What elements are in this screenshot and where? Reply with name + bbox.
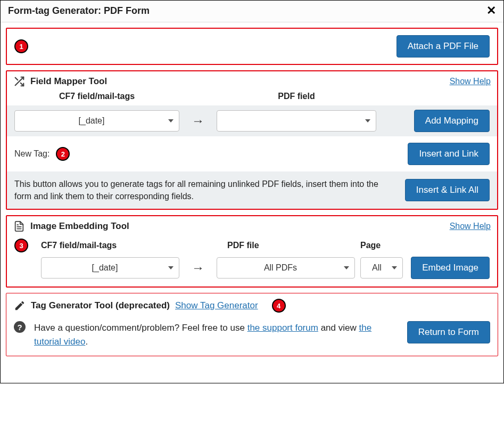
chevron-down-icon xyxy=(168,119,173,122)
dialog-body: 1 Attach a PDF File Field Mapper Tool Sh… xyxy=(1,22,503,383)
pdf-field-select[interactable] xyxy=(217,110,376,132)
field-mapper-panel: Field Mapper Tool Show Help CF7 field/ma… xyxy=(6,70,498,210)
ie-pdf-header: PDF file xyxy=(217,241,355,250)
new-tag-label: New Tag: xyxy=(14,149,49,159)
add-mapping-button[interactable]: Add Mapping xyxy=(414,110,490,132)
edit-icon xyxy=(14,300,26,312)
return-to-form-button[interactable]: Return to Form xyxy=(407,321,490,343)
arrow-right-icon: → xyxy=(185,260,211,275)
show-tag-generator-link[interactable]: Show Tag Generator xyxy=(175,300,258,311)
titlebar: Form-tag Generator: PDF Form ✕ xyxy=(1,1,503,22)
ie-pdf-select[interactable]: All PDFs xyxy=(217,257,355,279)
document-icon xyxy=(13,220,25,232)
dialog-title: Form-tag Generator: PDF Form xyxy=(8,5,150,17)
annotation-marker-1: 1 xyxy=(14,39,28,53)
ie-page-header: Page xyxy=(360,241,403,250)
new-tag-row: New Tag: 2 Insert and Link xyxy=(7,136,497,171)
field-mapper-row: [_date] → Add Mapping xyxy=(7,105,497,136)
insert-and-link-button[interactable]: Insert and Link xyxy=(408,143,490,165)
annotation-marker-2: 2 xyxy=(56,147,70,161)
arrow-right-icon: → xyxy=(185,113,211,128)
field-mapper-title: Field Mapper Tool xyxy=(30,76,107,87)
tag-generator-header: Tag Generator Tool (deprecated) Show Tag… xyxy=(6,293,498,316)
field-mapper-header-row: CF7 field/mail-tags PDF field xyxy=(7,92,497,105)
embed-image-button[interactable]: Embed Image xyxy=(411,257,490,279)
field-mapper-help-link[interactable]: Show Help xyxy=(450,77,491,86)
chevron-down-icon xyxy=(168,266,173,269)
image-embedding-help-link[interactable]: Show Help xyxy=(450,222,491,231)
close-icon[interactable]: ✕ xyxy=(486,5,496,17)
dialog-frame: Form-tag Generator: PDF Form ✕ 1 Attach … xyxy=(0,0,504,383)
annotation-marker-4: 4 xyxy=(272,299,286,313)
cf7-field-select[interactable]: [_date] xyxy=(14,110,179,132)
insert-link-all-row: This button allows you to generate tags … xyxy=(7,171,497,209)
image-embed-row: [_date] → All PDFs All Embed Image xyxy=(7,252,497,286)
ie-cf7-header: CF7 field/mail-tags xyxy=(41,241,179,250)
annotation-marker-3: 3 xyxy=(14,239,28,252)
insert-link-all-description: This button allows you to generate tags … xyxy=(14,178,396,202)
ie-pdf-value: All PDFs xyxy=(264,263,297,273)
ie-cf7-value: [_date] xyxy=(92,263,118,273)
pdf-header: PDF field xyxy=(217,92,376,101)
image-embedding-title: Image Embedding Tool xyxy=(30,221,129,232)
support-text: Have a question/comment/problem? Feel fr… xyxy=(34,321,399,348)
image-embedding-panel: Image Embedding Tool Show Help 3 CF7 fie… xyxy=(6,215,498,288)
tag-generator-panel: Tag Generator Tool (deprecated) Show Tag… xyxy=(6,293,498,356)
ie-cf7-select[interactable]: [_date] xyxy=(41,257,179,279)
cf7-field-value: [_date] xyxy=(79,116,105,126)
shuffle-icon xyxy=(13,76,25,87)
chevron-down-icon xyxy=(365,119,370,122)
attach-pdf-panel: 1 Attach a PDF File xyxy=(6,28,498,65)
support-text-prefix: Have a question/comment/problem? Feel fr… xyxy=(34,323,247,333)
support-text-mid: and view xyxy=(318,323,359,333)
image-embed-header-row: 3 CF7 field/mail-tags PDF file Page xyxy=(7,236,497,252)
cf7-header: CF7 field/mail-tags xyxy=(14,92,179,101)
ie-page-select[interactable]: All xyxy=(360,257,403,279)
attach-pdf-button[interactable]: Attach a PDF File xyxy=(396,35,490,58)
insert-link-all-button[interactable]: Insert & Link All xyxy=(405,179,490,201)
support-text-end: . xyxy=(85,337,88,347)
help-icon: ? xyxy=(14,321,26,333)
tag-generator-title: Tag Generator Tool (deprecated) xyxy=(31,300,170,311)
chevron-down-icon xyxy=(392,266,397,269)
chevron-down-icon xyxy=(344,266,349,269)
ie-page-value: All xyxy=(372,263,382,273)
tag-generator-body: ? Have a question/comment/problem? Feel … xyxy=(6,316,498,356)
support-forum-link[interactable]: the support forum xyxy=(247,323,318,333)
